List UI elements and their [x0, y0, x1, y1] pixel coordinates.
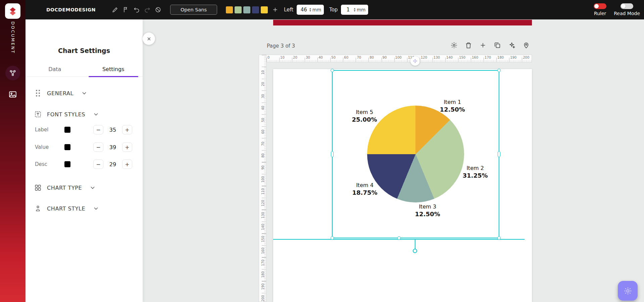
ruler-v-label: 150 — [261, 236, 264, 242]
ruler-v-label: 160 — [261, 247, 264, 254]
color-swatch[interactable] — [252, 6, 259, 13]
top-position-input[interactable] — [344, 7, 352, 13]
map-pin-icon — [523, 42, 530, 49]
desc-color-swatch[interactable] — [64, 161, 70, 167]
resize-handle-top-left[interactable] — [331, 69, 334, 72]
ruler-toggle[interactable] — [594, 3, 606, 9]
ruler-v-label: 100 — [261, 176, 264, 182]
resize-handle-bottom-stem[interactable] — [413, 249, 417, 253]
ruler-toggle-label: Ruler — [594, 11, 606, 16]
section-chart-type[interactable]: CHART TYPE — [34, 182, 96, 194]
ruler-v-label: 20 — [261, 82, 264, 86]
flag-button[interactable] — [122, 6, 129, 13]
ruler-v-label: 130 — [261, 212, 264, 218]
value-color-swatch[interactable] — [64, 144, 70, 150]
ruler-h-label: 100 — [395, 56, 402, 59]
resize-handle-middle-right[interactable] — [498, 151, 500, 157]
resize-handle-bottom-left[interactable] — [331, 236, 334, 240]
stepper-down-icon[interactable]: ▾ — [354, 10, 355, 12]
ruler-h-label: 170 — [485, 56, 491, 59]
decrement-button[interactable]: − — [93, 125, 103, 134]
pie-slice-value: 12.50% — [415, 210, 440, 218]
color-swatch[interactable] — [226, 6, 233, 13]
ruler-v-label: 140 — [261, 224, 264, 230]
tab-settings[interactable]: Settings — [84, 63, 143, 76]
resize-handle-bottom-middle[interactable] — [397, 236, 401, 240]
sidebar-item-elements[interactable] — [5, 66, 20, 80]
flag-icon — [122, 6, 129, 13]
panel-tabs: Data Settings — [26, 63, 143, 77]
history-tools — [112, 6, 161, 13]
page-theme-button[interactable] — [508, 42, 515, 49]
sidebar-brand-text: DOCUMENT — [10, 21, 15, 54]
ruler-vertical: 1020304050607080901001101201301401501601… — [259, 55, 266, 302]
read-mode-toggle[interactable] — [621, 3, 633, 9]
chevron-down-icon[interactable] — [89, 184, 96, 191]
ruler-v-label: 70 — [261, 141, 264, 146]
read-mode-toggle-group: Read Mode — [614, 3, 640, 16]
tab-data[interactable]: Data — [26, 63, 84, 76]
section-chart-style[interactable]: CHART STYLE — [34, 202, 99, 215]
ruler-h-label: 190 — [510, 56, 516, 59]
resize-handle-bottom-right[interactable] — [497, 236, 501, 240]
color-swatch[interactable] — [243, 6, 250, 13]
delete-page-button[interactable] — [465, 42, 472, 49]
edit-button[interactable] — [112, 6, 118, 13]
section-font-styles[interactable]: FONT STYLES — [34, 108, 99, 120]
chevron-down-icon[interactable] — [93, 111, 99, 118]
increment-button[interactable]: + — [122, 142, 132, 152]
ruler-v-label: 190 — [261, 283, 264, 290]
decrement-button[interactable]: − — [93, 142, 103, 152]
ruler-v-label: 90 — [261, 165, 264, 170]
section-label: CHART TYPE — [47, 185, 82, 191]
decrement-button[interactable]: − — [93, 160, 103, 169]
font-family-button[interactable]: Open Sans — [170, 5, 217, 15]
pie-slice-value: 25.00% — [352, 116, 377, 123]
pie-slice-name: Item 4 — [352, 182, 378, 188]
page-settings-button[interactable] — [450, 42, 458, 49]
color-swatch[interactable] — [235, 6, 242, 13]
plus-icon — [272, 6, 279, 13]
increment-button[interactable]: + — [122, 160, 132, 169]
ruler-h-label: 20 — [293, 56, 297, 59]
left-stepper[interactable]: ▴ ▾ — [309, 7, 311, 12]
move-handle[interactable] — [410, 56, 420, 66]
stepper-down-icon[interactable]: ▾ — [309, 10, 311, 12]
label-color-swatch[interactable] — [64, 127, 70, 133]
ruler-h-label: 80 — [369, 56, 374, 59]
row-label: Label — [35, 127, 64, 133]
chevron-down-icon[interactable] — [81, 90, 88, 97]
add-page-button[interactable] — [479, 42, 487, 49]
chevron-down-icon[interactable] — [93, 205, 99, 212]
resize-handle-top-right[interactable] — [497, 69, 501, 72]
plus-icon — [479, 42, 487, 49]
ruler-v-label: 60 — [261, 130, 264, 134]
font-size-icon — [34, 111, 42, 118]
section-label: GENERAL — [47, 90, 73, 97]
add-color-button[interactable] — [272, 6, 279, 13]
left-position-input[interactable] — [299, 7, 308, 13]
increment-button[interactable]: + — [122, 125, 132, 134]
pie-slice-value: 18.75% — [352, 189, 378, 196]
duplicate-page-button[interactable] — [494, 42, 501, 49]
app-logo[interactable] — [5, 3, 20, 19]
top-stepper[interactable]: ▴ ▾ — [354, 7, 355, 12]
undo-button[interactable] — [133, 6, 140, 13]
color-swatch[interactable] — [261, 6, 268, 13]
clear-format-button[interactable] — [155, 6, 161, 13]
ruler-h-label: 180 — [497, 56, 504, 59]
settings-fab-button[interactable] — [618, 281, 638, 301]
sidebar-item-images[interactable] — [8, 90, 17, 99]
value-size-stepper: − 39 + — [93, 142, 132, 152]
desc-size-stepper: − 29 + — [93, 160, 132, 169]
resize-handle-middle-left[interactable] — [331, 151, 334, 157]
ruler-h-label: 90 — [383, 56, 387, 59]
section-general[interactable]: GENERAL — [34, 87, 88, 99]
page-location-button[interactable] — [523, 42, 530, 49]
pencil-icon — [112, 6, 118, 13]
font-row-desc: Desc − 29 + — [35, 159, 132, 170]
pie-slice-name: Item 2 — [463, 165, 488, 171]
redo-button[interactable] — [144, 6, 151, 13]
close-panel-button[interactable] — [143, 33, 155, 45]
ruler-v-label: 200 — [261, 295, 264, 301]
